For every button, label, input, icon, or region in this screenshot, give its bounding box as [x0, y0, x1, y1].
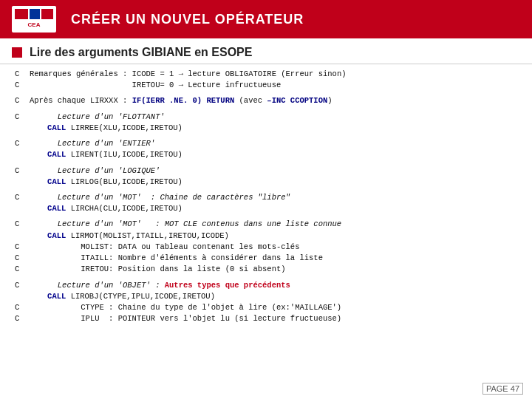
col-marker: C	[15, 95, 30, 106]
code-block-flottant: C Lecture d'un 'FLOTTANT' CALL LIRREE(XL…	[15, 112, 517, 134]
code-line: C Lecture d'un 'MOT' : MOT CLE contenus …	[15, 219, 517, 230]
code-block-entier: C Lecture d'un 'ENTIER' CALL LIRENT(ILU,…	[15, 138, 517, 160]
code-block-mot-cle: C Lecture d'un 'MOT' : MOT CLE contenus …	[15, 219, 517, 275]
col-marker: C	[15, 112, 30, 123]
code-line: C ITAILL: Nombre d'éléments à considérer…	[15, 253, 517, 264]
code-line: CALL LIRCHA(CLU,ICODE,IRETOU)	[15, 203, 517, 214]
section-title: Lire des arguments GIBIANE en ESOPE	[30, 46, 252, 59]
code-block-objet: C Lecture d'un 'OBJET' : Autres types qu…	[15, 280, 517, 325]
header-title: CRÉER UN NOUVEL OPÉRATEUR	[71, 12, 304, 27]
col-marker: C	[15, 280, 30, 291]
svg-rect-2	[30, 9, 40, 19]
section-indicator	[12, 47, 22, 58]
col-marker: C	[15, 264, 30, 275]
svg-rect-3	[41, 9, 53, 19]
code-line: C MOLIST: DATA ou Tableau contenant les …	[15, 242, 517, 253]
code-line: C IRETOU= 0 → Lecture infructueuse	[15, 80, 517, 91]
svg-text:CEA: CEA	[28, 21, 41, 28]
section-heading: Lire des arguments GIBIANE en ESOPE	[0, 38, 532, 64]
code-line: C IRETOU: Position dans la liste (0 si a…	[15, 264, 517, 275]
col-marker: C	[15, 138, 30, 149]
col-marker: C	[15, 166, 30, 177]
code-line: C Lecture d'un 'ENTIER'	[15, 138, 517, 149]
col-marker: C	[15, 219, 30, 230]
code-line: C IPLU : POINTEUR vers l'objet lu (si le…	[15, 313, 517, 324]
code-line: C Lecture d'un 'OBJET' : Autres types qu…	[15, 280, 517, 291]
page-number: PAGE 47	[482, 383, 523, 395]
code-line: CALL LIRLOG(BLU,ICODE,IRETOU)	[15, 177, 517, 188]
code-line: C Remarques générales : ICODE = 1 → lect…	[15, 69, 517, 80]
code-line: C Lecture d'un 'FLOTTANT'	[15, 112, 517, 123]
col-marker: C	[15, 313, 30, 324]
header: CEA CRÉER UN NOUVEL OPÉRATEUR	[0, 0, 532, 38]
cea-logo: CEA	[12, 6, 56, 33]
col-marker: C	[15, 253, 30, 264]
code-block-2: C Après chaque LIRXXX : IF(IERR .NE. 0) …	[15, 95, 517, 106]
code-line: C CTYPE : Chaine du type de l'objet à li…	[15, 302, 517, 313]
code-line: CALL LIRREE(XLU,ICODE,IRETOU)	[15, 123, 517, 134]
code-line: C Lecture d'un 'MOT' : Chaine de caractè…	[15, 192, 517, 203]
main-content: C Remarques générales : ICODE = 1 → lect…	[0, 64, 532, 333]
col-marker: C	[15, 192, 30, 203]
code-block-1: C Remarques générales : ICODE = 1 → lect…	[15, 69, 517, 91]
svg-rect-1	[15, 9, 28, 19]
code-line: C Lecture d'un 'LOGIQUE'	[15, 166, 517, 177]
col-marker: C	[15, 302, 30, 313]
code-line: CALL LIROBJ(CTYPE,IPLU,ICODE,IRETOU)	[15, 291, 517, 302]
col-marker: C	[15, 80, 30, 91]
code-line: CALL LIRENT(ILU,ICODE,IRETOU)	[15, 149, 517, 160]
code-block-mot-libre: C Lecture d'un 'MOT' : Chaine de caractè…	[15, 192, 517, 214]
col-marker: C	[15, 242, 30, 253]
col-marker: C	[15, 69, 30, 80]
code-line: CALL LIRMOT(MOLIST,ITAILL,IRETOU,ICODE)	[15, 231, 517, 242]
code-line: C Après chaque LIRXXX : IF(IERR .NE. 0) …	[15, 95, 517, 106]
code-block-logique: C Lecture d'un 'LOGIQUE' CALL LIRLOG(BLU…	[15, 166, 517, 188]
